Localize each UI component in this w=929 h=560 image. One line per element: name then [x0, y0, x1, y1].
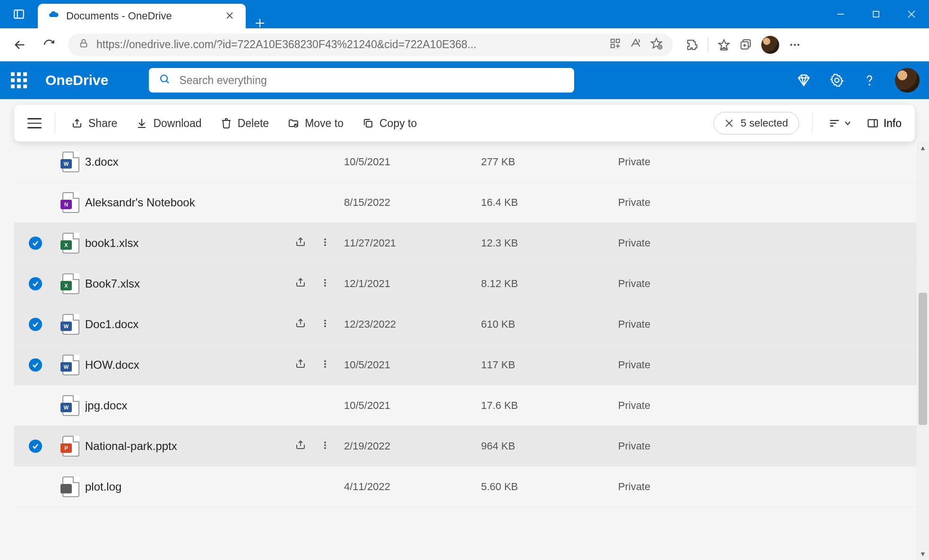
svg-point-31	[161, 75, 167, 82]
info-button[interactable]: Info	[867, 117, 902, 130]
file-name[interactable]: jpg.docx	[85, 399, 285, 412]
tab-close-button[interactable]	[224, 9, 235, 24]
delete-button[interactable]: Delete	[218, 113, 272, 134]
file-type-icon: X	[57, 273, 85, 294]
file-name[interactable]: 3.docx	[85, 155, 285, 169]
favorites-button[interactable]	[718, 39, 730, 51]
delete-label: Delete	[238, 117, 269, 130]
file-row[interactable]: WDoc1.docx12/23/2022610 KBPrivate	[14, 304, 917, 345]
nav-menu-button[interactable]	[27, 116, 42, 130]
app-launcher-button[interactable]	[9, 71, 28, 90]
svg-point-64	[324, 279, 326, 281]
help-icon[interactable]	[863, 74, 876, 87]
site-info-lock-icon[interactable]	[78, 38, 89, 51]
copy-to-label: Copy to	[379, 117, 417, 130]
row-share-icon[interactable]	[295, 358, 306, 372]
svg-point-29	[794, 43, 796, 45]
file-type-icon: P	[57, 436, 85, 457]
file-modified-date: 12/23/2022	[344, 318, 481, 331]
shopping-icon[interactable]	[610, 38, 621, 51]
file-sharing: Private	[618, 318, 713, 331]
file-row[interactable]: plot.log4/11/20225.60 KBPrivate	[14, 467, 917, 507]
window-controls	[823, 0, 929, 28]
copy-to-button[interactable]: Copy to	[360, 113, 420, 134]
window-close-button[interactable]	[894, 0, 929, 28]
refresh-button[interactable]	[39, 34, 60, 55]
row-more-icon[interactable]	[320, 277, 330, 290]
browser-address-bar: https://onedrive.live.com/?id=722A10E368…	[0, 28, 929, 61]
svg-point-80	[324, 441, 326, 443]
vertical-scrollbar[interactable]: ▲ ▼	[917, 142, 929, 560]
file-name[interactable]: National-park.pptx	[85, 440, 285, 453]
scroll-up-arrow[interactable]: ▲	[917, 142, 929, 154]
browser-tab[interactable]: Documents - OneDrive	[38, 4, 246, 28]
row-select-checkbox[interactable]	[14, 440, 57, 453]
svg-point-74	[324, 366, 326, 368]
selection-count-label: 5 selected	[740, 117, 788, 129]
search-input[interactable]	[179, 74, 564, 87]
url-box[interactable]: https://onedrive.live.com/?id=722A10E368…	[68, 34, 673, 56]
file-row[interactable]: Wjpg.docx10/5/202117.6 KBPrivate	[14, 385, 917, 426]
window-minimize-button[interactable]	[823, 0, 858, 28]
file-name[interactable]: plot.log	[85, 480, 285, 493]
url-text: https://onedrive.live.com/?id=722A10E368…	[96, 38, 602, 51]
clear-selection-icon[interactable]	[724, 119, 734, 128]
file-row[interactable]: W3.docx10/5/2021277 KBPrivate	[14, 142, 917, 182]
file-row[interactable]: PNational-park.pptx2/19/2022964 KBPrivat…	[14, 426, 917, 467]
file-name[interactable]: Doc1.docx	[85, 318, 285, 331]
info-label: Info	[884, 117, 902, 130]
settings-gear-icon[interactable]	[830, 73, 844, 87]
premium-icon[interactable]	[797, 73, 811, 87]
more-menu-button[interactable]	[789, 39, 801, 51]
profile-avatar[interactable]	[761, 36, 779, 54]
file-row[interactable]: Xbook1.xlsx11/27/202112.3 KBPrivate	[14, 223, 917, 263]
row-share-icon[interactable]	[295, 317, 306, 331]
search-box[interactable]	[149, 68, 574, 93]
file-size: 277 KB	[481, 156, 618, 168]
file-row[interactable]: XBook7.xlsx12/1/20218.12 KBPrivate	[14, 263, 917, 304]
row-share-icon[interactable]	[295, 277, 306, 291]
row-more-icon[interactable]	[320, 358, 330, 372]
file-name[interactable]: Aleksandr's Notebook	[85, 196, 285, 209]
brand-label[interactable]: OneDrive	[45, 72, 108, 88]
collections-button[interactable]	[740, 39, 752, 51]
move-to-button[interactable]: Move to	[285, 113, 346, 134]
row-select-checkbox[interactable]	[14, 237, 57, 250]
extensions-button[interactable]	[686, 39, 698, 51]
row-more-icon[interactable]	[320, 318, 330, 331]
row-share-icon[interactable]	[295, 439, 306, 453]
row-select-checkbox[interactable]	[14, 277, 57, 290]
file-name[interactable]: Book7.xlsx	[85, 277, 285, 290]
account-avatar[interactable]	[895, 68, 920, 93]
row-more-icon[interactable]	[320, 237, 330, 250]
share-label: Share	[88, 117, 117, 130]
chevron-down-icon	[844, 119, 852, 127]
share-button[interactable]: Share	[69, 113, 120, 134]
new-tab-button[interactable]	[246, 18, 274, 28]
tab-actions-button[interactable]	[0, 0, 38, 28]
file-row[interactable]: WHOW.docx10/5/2021117 KBPrivate	[14, 345, 917, 385]
file-type-icon: W	[57, 395, 85, 416]
selection-pill[interactable]: 5 selected	[714, 112, 799, 135]
back-button[interactable]	[9, 34, 30, 55]
row-select-checkbox[interactable]	[14, 318, 57, 331]
scroll-thumb[interactable]	[919, 293, 927, 425]
svg-point-72	[324, 360, 326, 362]
svg-point-28	[790, 43, 792, 45]
file-modified-date: 8/15/2022	[344, 196, 481, 209]
row-select-checkbox[interactable]	[14, 358, 57, 372]
file-name[interactable]: book1.xlsx	[85, 237, 285, 250]
svg-rect-12	[611, 39, 614, 42]
row-more-icon[interactable]	[320, 440, 330, 453]
row-share-icon[interactable]	[295, 236, 306, 250]
svg-point-68	[324, 320, 326, 322]
add-favorite-icon[interactable]	[650, 37, 662, 52]
scroll-down-arrow[interactable]: ▼	[917, 548, 929, 560]
file-type-icon: W	[57, 355, 85, 375]
download-button[interactable]: Download	[133, 113, 204, 134]
read-aloud-icon[interactable]	[629, 37, 642, 52]
window-maximize-button[interactable]	[858, 0, 894, 28]
file-row[interactable]: NAleksandr's Notebook8/15/202216.4 KBPri…	[14, 182, 917, 223]
sort-button[interactable]	[826, 115, 853, 132]
file-name[interactable]: HOW.docx	[85, 358, 285, 372]
